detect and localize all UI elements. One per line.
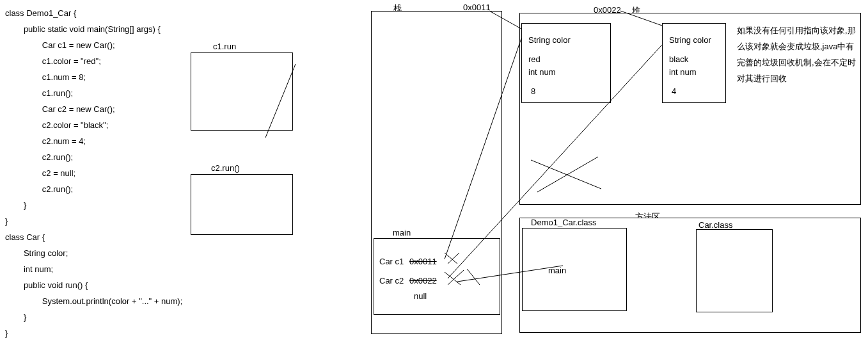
code-line: Car c1 = new Car();: [5, 37, 287, 53]
obj1-value-color: red: [528, 54, 541, 64]
stack-c2-null: null: [414, 291, 427, 301]
c2run-label: c2.run(): [211, 163, 240, 173]
obj1-field-color: String color: [528, 35, 571, 45]
stack-var-c1: Car c1: [379, 257, 404, 266]
car-class-label: Car.class: [698, 220, 732, 230]
heap-object1: String color red int num 8: [521, 23, 611, 103]
c2run-box: [191, 174, 293, 235]
c1run-label: c1.run: [213, 42, 236, 51]
addr1-label: 0x0011: [463, 3, 491, 12]
obj1-value-num: 8: [531, 86, 535, 96]
obj2-field-num: int num: [669, 67, 697, 77]
code-line: c2.run();: [5, 149, 287, 165]
demo-class-label: Demo1_Car.class: [531, 218, 597, 227]
obj2-value-num: 4: [672, 86, 676, 96]
demo-class-box: main: [522, 228, 627, 311]
obj2-field-color: String color: [669, 35, 711, 45]
code-line: }: [5, 325, 287, 341]
demo-class-main: main: [548, 266, 566, 275]
code-line: System.out.println(color + "..." + num);: [5, 293, 287, 309]
stack-c2-addr: 0x0022: [409, 276, 437, 285]
code-line: String color;: [5, 245, 287, 261]
code-line: public void run() {: [5, 277, 287, 293]
stack-c1-addr: 0x0011: [409, 257, 437, 266]
code-line: class Demo1_Car {: [5, 5, 287, 21]
code-line: int num;: [5, 261, 287, 277]
gc-note: 如果没有任何引用指向该对象,那么该对象就会变成垃圾,java中有完善的垃圾回收机…: [737, 22, 858, 86]
c1run-box: [191, 52, 293, 131]
addr2-label: 0x0022: [594, 5, 621, 15]
car-class-box: [696, 229, 773, 312]
code-line: c2.num = 4;: [5, 133, 287, 149]
heap-object2: String color black int num 4: [662, 23, 726, 103]
code-line: public static void main(String[] args) {: [5, 21, 287, 37]
main-label: main: [393, 228, 411, 237]
obj1-field-num: int num: [528, 67, 556, 77]
main-stack-frame: Car c1 0x0011 Car c2 0x0022 null: [374, 238, 500, 315]
obj2-value-color: black: [669, 54, 688, 64]
code-line: }: [5, 309, 287, 325]
stack-var-c2: Car c2: [379, 276, 404, 285]
